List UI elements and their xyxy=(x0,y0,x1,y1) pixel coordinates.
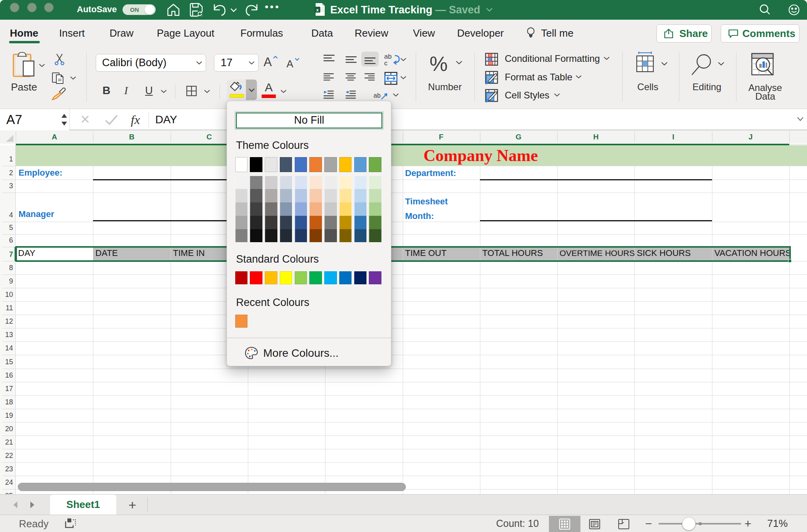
svg-text:x: x xyxy=(316,7,319,12)
svg-text:ab: ab xyxy=(374,92,381,99)
svg-text:c: c xyxy=(384,59,388,66)
